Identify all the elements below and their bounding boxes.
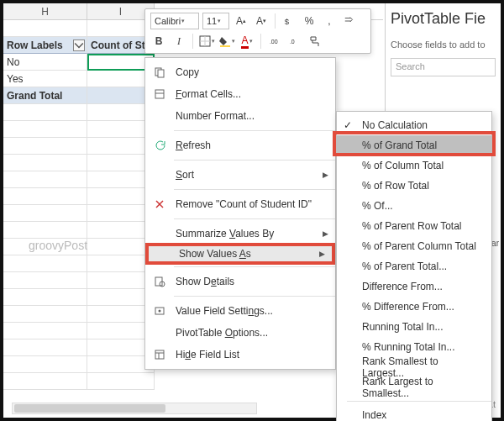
blank-icon	[152, 167, 167, 182]
svg-text:.00: .00	[270, 39, 278, 45]
sub-parent-column-total[interactable]: % of Parent Column Total	[337, 236, 491, 256]
menu-number-format-label: Number Format...	[176, 110, 320, 122]
blank-icon	[152, 226, 167, 241]
sub-difference-from[interactable]: Difference From...	[337, 276, 491, 297]
font-color-icon[interactable]: A▾	[239, 33, 255, 50]
horizontal-scrollbar[interactable]	[12, 403, 257, 414]
copy-icon	[152, 65, 167, 80]
menu-hide-label: Hide Field List	[176, 349, 320, 360]
blank-icon	[155, 246, 171, 261]
submenu-arrow-icon: ▶	[323, 229, 328, 238]
sub-label: Difference From...	[362, 281, 443, 292]
fill-color-icon[interactable]: ▾	[218, 33, 235, 50]
menu-remove[interactable]: Remove "Count of Student ID"	[145, 193, 335, 215]
sub-parent-row-total[interactable]: % of Parent Row Total	[337, 216, 491, 236]
sub-column-total[interactable]: % of Column Total	[337, 155, 491, 176]
borders-icon[interactable]: ▾	[198, 33, 215, 50]
menu-hide-field-list[interactable]: Hide Field List	[145, 344, 335, 366]
sub-percent-running-total[interactable]: % Running Total In...	[337, 337, 491, 357]
pane-subtitle: Choose fields to add to	[391, 39, 496, 50]
field-list-icon	[152, 347, 167, 362]
menu-refresh[interactable]: Refresh	[145, 134, 335, 156]
decrease-font-icon[interactable]: A▾	[253, 13, 270, 29]
font-size-selector[interactable]: 11▾	[202, 13, 229, 29]
svg-rect-4	[220, 45, 230, 47]
menu-refresh-label: Refresh	[176, 139, 320, 151]
menu-summarize[interactable]: Summarize Values By ▶	[145, 223, 335, 245]
svg-text:.0: .0	[290, 39, 295, 45]
mini-toolbar: Calibri▾ 11▾ A▴ A▾ $ % , B I ▾ ▾ A▾ .00 …	[144, 8, 371, 54]
menu-sort[interactable]: Sort ▶	[145, 164, 335, 186]
sub-row-total[interactable]: % of Row Total	[337, 176, 491, 196]
increase-font-icon[interactable]: A▴	[233, 13, 249, 29]
rowlabels-header[interactable]: Row Labels	[3, 37, 87, 54]
percent-format-icon[interactable]: %	[301, 13, 318, 29]
menu-pivottable-options[interactable]: PivotTable Options...	[145, 322, 335, 344]
sub-percent-difference[interactable]: % Difference From...	[337, 297, 491, 317]
blank-icon	[152, 108, 167, 124]
show-values-as-submenu: ✓ No Calculation % of Grand Total % of C…	[336, 111, 492, 421]
context-menu: Copy Format Cells... Number Format... Re…	[144, 57, 336, 370]
increase-decimal-icon[interactable]: .00	[266, 33, 283, 50]
menu-value-field-settings[interactable]: Value Field Settings...	[145, 300, 335, 322]
show-details-icon	[152, 274, 167, 289]
sub-rank-smallest[interactable]: Rank Smallest to Largest...	[337, 357, 491, 377]
grand-total-label[interactable]: Grand Total	[3, 87, 87, 104]
menu-copy[interactable]: Copy	[145, 61, 335, 83]
sub-label: % of Column Total	[362, 160, 444, 171]
sub-percent-of[interactable]: % Of...	[337, 196, 491, 216]
decrease-decimal-icon[interactable]	[341, 13, 358, 29]
row-no[interactable]: No	[3, 54, 87, 71]
pane-title: PivotTable Fie	[391, 10, 496, 28]
sub-label: % Running Total In...	[362, 341, 455, 353]
menu-show-details[interactable]: Show Details	[145, 271, 335, 292]
sub-label: % Difference From...	[362, 301, 454, 313]
sub-rank-largest[interactable]: Rank Largest to Smallest...	[337, 377, 491, 397]
format-cells-icon	[152, 87, 167, 102]
comma-format-icon[interactable]: ,	[321, 13, 338, 29]
sub-label: Running Total In...	[362, 321, 444, 333]
menu-copy-label: Copy	[176, 66, 320, 78]
sub-label: Rank Largest to Smallest...	[362, 376, 481, 399]
svg-rect-8	[158, 70, 164, 77]
row-yes[interactable]: Yes	[3, 71, 87, 87]
svg-point-16	[159, 310, 161, 313]
sub-label: % of Row Total	[362, 180, 429, 192]
sub-label: % Of...	[362, 200, 393, 212]
decrease-decimal-icon2[interactable]: .0	[286, 33, 303, 50]
sub-label: No Calculation	[362, 119, 428, 131]
rowlabels-text: Row Labels	[7, 39, 63, 51]
font-selector[interactable]: Calibri▾	[150, 13, 199, 29]
menu-show-values-label: Show Values As	[179, 248, 317, 260]
blank-icon	[152, 325, 167, 340]
sub-running-total[interactable]: Running Total In...	[337, 317, 491, 337]
bold-button[interactable]: B	[150, 33, 167, 50]
remove-icon	[152, 197, 167, 212]
sub-no-calculation[interactable]: ✓ No Calculation	[337, 115, 491, 135]
watermark: groovyPost	[29, 239, 87, 252]
sub-index[interactable]: Index	[337, 405, 491, 421]
sub-label: % of Parent Total...	[362, 260, 447, 272]
menu-remove-label: Remove "Count of Student ID"	[176, 198, 320, 210]
font-size: 11	[207, 16, 217, 26]
menu-vfs-label: Value Field Settings...	[176, 305, 320, 317]
menu-format-cells[interactable]: Format Cells...	[145, 83, 335, 105]
menu-number-format[interactable]: Number Format...	[145, 105, 335, 127]
sub-label: Index	[362, 409, 386, 421]
menu-sort-label: Sort	[176, 169, 320, 181]
sub-parent-total[interactable]: % of Parent Total...	[337, 256, 491, 276]
italic-button[interactable]: I	[171, 33, 187, 50]
menu-format-cells-label: Format Cells...	[176, 88, 320, 100]
accounting-format-icon[interactable]: $	[281, 13, 297, 29]
menu-show-values-as[interactable]: Show Values As ▶	[145, 243, 335, 265]
scrollbar-thumb[interactable]	[14, 404, 165, 413]
format-painter-icon[interactable]	[307, 33, 323, 50]
submenu-arrow-icon: ▶	[319, 250, 325, 258]
rowlabels-filter-dropdown[interactable]	[73, 39, 85, 51]
sub-grand-total[interactable]: % of Grand Total	[337, 135, 491, 155]
fields-search-input[interactable]: Search	[391, 58, 496, 76]
settings-icon	[152, 303, 167, 318]
sub-label: % of Grand Total	[362, 139, 437, 151]
col-header-H[interactable]: H	[3, 3, 87, 19]
sub-label: % of Parent Row Total	[362, 220, 462, 232]
